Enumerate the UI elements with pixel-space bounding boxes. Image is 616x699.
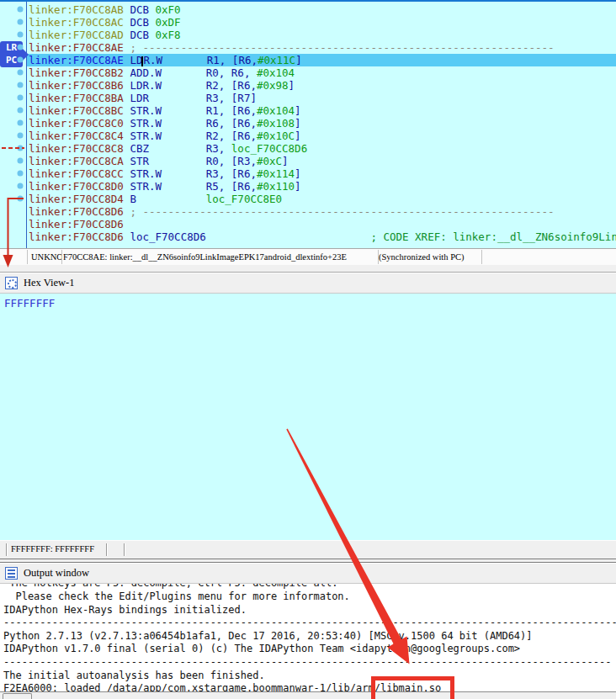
output-window-tab-label: Output window	[24, 567, 89, 580]
output-window-icon	[5, 567, 18, 580]
output-log-line: Python 2.7.13 (v2.7.13:a06454b1afa1, Dec…	[0, 630, 616, 643]
output-log-line: IDAPython v1.7.0 final (serial 0) (c) Th…	[0, 643, 616, 656]
asm-line[interactable]: linker:F70CC8CA STR R0, [R3,#0xC]	[27, 155, 616, 167]
disassembly-view[interactable]: linker:F70CC8AB DCB 0xF0linker:F70CC8AC …	[0, 2, 616, 248]
panel-divider	[0, 265, 616, 273]
ida-window: linker:F70CC8AB DCB 0xF0linker:F70CC8AC …	[0, 0, 616, 699]
lr-marker: LR	[0, 41, 23, 54]
tab-hex-view[interactable]: Hex View-1	[0, 273, 616, 294]
output-log-line: Please check the Edit/Plugins menu for m…	[0, 590, 616, 604]
status-divider	[6, 543, 7, 556]
output-log-line: IDAPython Hex-Rays bindings initialized.	[0, 604, 616, 617]
asm-line[interactable]: linker:F70CC8AE LDR.W R1, [R6,#0x11C]	[27, 54, 616, 66]
bottom-tab-bar	[0, 691, 616, 699]
asm-line[interactable]: linker:F70CC8BC STR.W R1, [R6,#0x104]	[27, 104, 616, 117]
hex-view-area[interactable]: FFFFFFFF	[0, 294, 616, 540]
listing-status-bar: UNKNOWN F70CC8AE: linker:__dl__ZN6soinfo…	[0, 248, 616, 265]
asm-line[interactable]: linker:F70CC8BA LDR R3, [R7]	[27, 92, 616, 104]
asm-line[interactable]: linker:F70CC8AB DCB 0xF0	[27, 3, 616, 16]
status-cell-mode: UNKNOWN	[27, 250, 62, 264]
pc-arrow-icon	[22, 48, 29, 61]
asm-line[interactable]: linker:F70CC8D4 B loc_F70CC8E0	[27, 193, 616, 205]
asm-listing: linker:F70CC8AB DCB 0xF0linker:F70CC8AC …	[27, 3, 616, 243]
hex-view-status-bar: FFFFFFFF: FFFFFFFF	[0, 540, 616, 559]
asm-line[interactable]: linker:F70CC8AC DCB 0xDF	[27, 16, 616, 29]
status-divider	[106, 543, 107, 556]
asm-line[interactable]: linker:F70CC8D0 STR.W R5, [R6,#0x110]	[27, 180, 616, 193]
hex-status-address: FFFFFFFF: FFFFFFFF	[11, 541, 94, 558]
lr-pc-badge: LR PC	[0, 41, 23, 67]
hex-view-icon	[5, 277, 18, 289]
annotation-box-libmain: libmain.so	[380, 682, 441, 694]
asm-line[interactable]: linker:F70CC8C0 STR.W R6, [R6,#0x108]	[27, 117, 616, 130]
status-divider	[124, 543, 125, 556]
output-log-line: ----------------------------------------…	[0, 617, 616, 630]
asm-line[interactable]: linker:F70CC8D6 loc_F70CC8D6 ; CODE XREF…	[27, 230, 616, 243]
asm-line[interactable]: linker:F70CC8D6	[27, 218, 616, 230]
output-log-line: The initial autoanalysis has been finish…	[0, 670, 616, 683]
output-log-area[interactable]: The hotkeys are F5: decompile, Ctrl-F5: …	[0, 584, 616, 691]
asm-line[interactable]: linker:F70CC8C4 STR.W R2, [R6,#0x10C]	[27, 130, 616, 142]
pc-marker: PC	[0, 54, 23, 66]
asm-line[interactable]: linker:F70CC8B2 ADD.W R0, R6, #0x104	[27, 66, 616, 79]
output-dock-tab[interactable]	[3, 693, 32, 699]
asm-line[interactable]: linker:F70CC8AD DCB 0xF8	[27, 29, 616, 41]
asm-line[interactable]: linker:F70CC8B6 LDR.W R2, [R6,#0x98]	[27, 79, 616, 92]
status-cell-sync: (Synchronized with PC)	[375, 250, 482, 264]
output-log-line: The hotkeys are F5: decompile, Ctrl-F5: …	[0, 584, 616, 590]
hex-view-value: FFFFFFFF	[4, 297, 55, 310]
asm-line[interactable]: linker:F70CC8C8 CBZ R3, loc_F70CC8D6	[27, 142, 616, 155]
output-log-line: ----------------------------------------…	[0, 656, 616, 670]
hex-view-tab-label: Hex View-1	[24, 277, 74, 289]
asm-line[interactable]: linker:F70CC8D6 ; ----------------------…	[27, 205, 616, 218]
status-cell-address: F70CC8AE: linker:__dl__ZN6soinfo9LinkIma…	[60, 250, 379, 264]
clipped-log-line: The hotkeys are F5: decompile, Ctrl-F5: …	[0, 584, 616, 590]
asm-line[interactable]: linker:F70CC8AE ; ----------------------…	[27, 41, 616, 54]
asm-line[interactable]: linker:F70CC8CC STR.W R3, [R6,#0x114]	[27, 167, 616, 180]
tab-output-window[interactable]: Output window	[0, 563, 616, 584]
